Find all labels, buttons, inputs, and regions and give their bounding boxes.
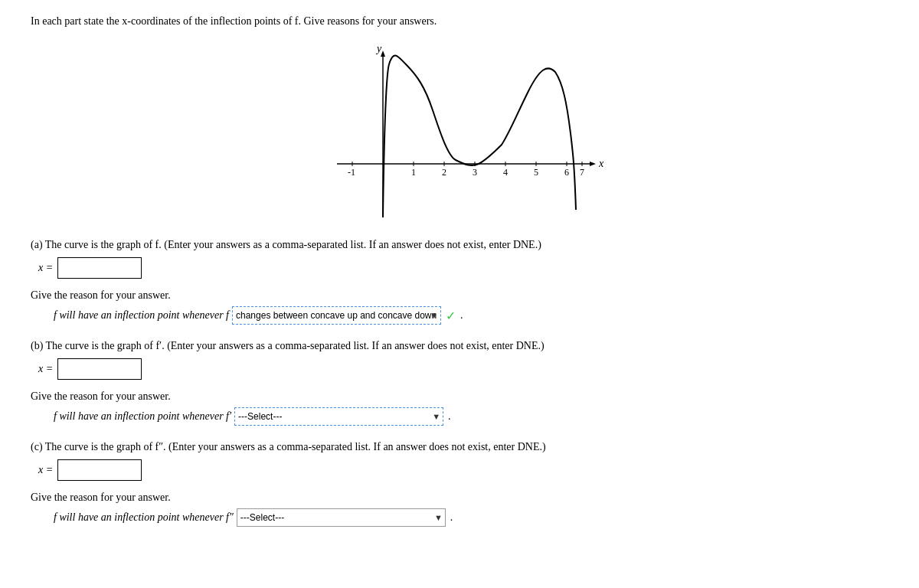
part-b-select-wrapper[interactable]: ---Select--- changes between concave up … [234, 407, 443, 426]
part-b-reason-label: Give the reason for your answer. [31, 390, 888, 403]
part-a-input[interactable] [57, 257, 142, 279]
svg-text:1: 1 [411, 167, 416, 178]
part-b-label: (b) The curve is the graph of f′. (Enter… [31, 340, 888, 352]
part-b-block: (b) The curve is the graph of f′. (Enter… [31, 340, 888, 426]
part-b-x-row: x = [38, 358, 888, 380]
svg-text:y: y [375, 43, 382, 54]
part-c-dropdown[interactable]: ---Select--- changes between concave up … [237, 508, 446, 527]
part-c-block: (c) The curve is the graph of f″. (Enter… [31, 441, 888, 527]
part-c-x-row: x = [38, 459, 888, 481]
part-b-input[interactable] [57, 358, 142, 380]
part-a-block: (a) The curve is the graph of f. (Enter … [31, 239, 888, 325]
part-c-reason-text: f will have an inflection point whenever… [54, 511, 234, 524]
svg-text:4: 4 [503, 167, 508, 178]
part-c-input[interactable] [57, 459, 142, 481]
svg-text:x: x [598, 158, 604, 169]
part-c-dot: . [450, 511, 453, 524]
part-a-reason-row: f will have an inflection point whenever… [54, 306, 888, 325]
function-graph: x y -1 1 2 3 4 5 6 7 [306, 41, 613, 225]
intro-text: In each part state the x-coordinates of … [31, 15, 888, 28]
part-c-reason-row: f will have an inflection point whenever… [54, 508, 888, 527]
part-c-select-wrapper[interactable]: ---Select--- changes between concave up … [237, 508, 446, 527]
part-a-reason-text: f will have an inflection point whenever… [54, 309, 229, 322]
part-a-x-row: x = [38, 257, 888, 279]
part-a-reason-label: Give the reason for your answer. [31, 289, 888, 302]
graph-container: x y -1 1 2 3 4 5 6 7 [31, 41, 888, 225]
svg-text:6: 6 [564, 167, 569, 178]
part-a-check-icon: ✓ [446, 309, 456, 323]
svg-text:7: 7 [580, 167, 584, 178]
part-a-label: (a) The curve is the graph of f. (Enter … [31, 239, 888, 251]
part-a-x-label: x = [38, 262, 53, 274]
part-c-label: (c) The curve is the graph of f″. (Enter… [31, 441, 888, 453]
part-c-x-label: x = [38, 464, 53, 476]
part-b-x-label: x = [38, 363, 53, 375]
part-c-reason-label: Give the reason for your answer. [31, 492, 888, 504]
svg-text:3: 3 [473, 167, 477, 178]
part-b-reason-row: f will have an inflection point whenever… [54, 407, 888, 426]
part-a-dropdown[interactable]: ---Select--- changes between concave up … [232, 306, 441, 325]
part-b-reason-text: f will have an inflection point whenever… [54, 410, 231, 423]
svg-text:-1: -1 [348, 167, 355, 178]
svg-text:5: 5 [534, 167, 538, 178]
part-b-dot: . [448, 410, 451, 423]
part-a-dot: . [460, 309, 463, 322]
part-b-dropdown[interactable]: ---Select--- changes between concave up … [234, 407, 443, 426]
svg-marker-2 [590, 162, 596, 166]
svg-text:2: 2 [442, 167, 446, 178]
part-a-select-wrapper[interactable]: ---Select--- changes between concave up … [232, 306, 441, 325]
